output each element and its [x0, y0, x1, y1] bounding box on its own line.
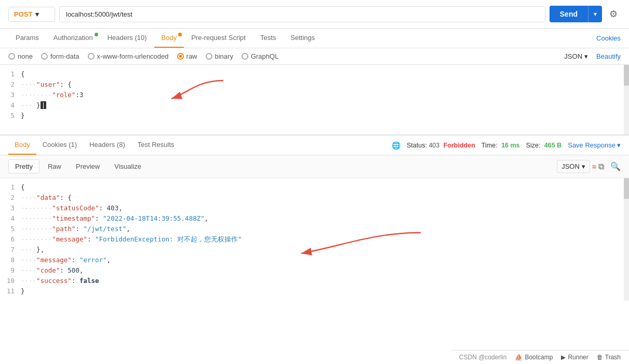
tab-body[interactable]: Body	[154, 29, 184, 48]
req-line-2: 2 ····"user": {	[0, 79, 629, 90]
trash-link[interactable]: 🗑 Trash	[597, 354, 621, 361]
settings-icon[interactable]: ⚙	[606, 5, 621, 23]
radio-raw-label: raw	[186, 52, 197, 60]
body-options: none form-data x-www-form-urlencoded raw…	[0, 48, 629, 65]
response-tabs-bar: Body Cookies (1) Headers (8) Test Result…	[0, 136, 629, 155]
radio-circle-raw	[177, 53, 184, 60]
tab-settings[interactable]: Settings	[283, 29, 322, 48]
save-response-button[interactable]: Save Response ▾	[568, 141, 621, 149]
csdn-label: CSDN @coderlin	[459, 354, 507, 361]
method-label: POST	[14, 10, 32, 18]
req-editor-scrollbar[interactable]	[624, 65, 629, 134]
tab-headers[interactable]: Headers (10)	[100, 29, 154, 48]
resp-editor-scrollbar[interactable]	[624, 178, 629, 301]
radio-binary-label: binary	[215, 52, 233, 60]
radio-none[interactable]: none	[8, 52, 33, 60]
tab-prerequest[interactable]: Pre-request Script	[184, 29, 253, 48]
json-format-select[interactable]: JSON ▾	[564, 52, 588, 60]
response-view-tabs: Pretty Raw Preview Visualize JSON ▾ ≡ ⧉ …	[0, 155, 629, 178]
req-editor-scrollbar-thumb	[624, 65, 629, 86]
url-input[interactable]	[59, 6, 545, 22]
status-forbidden: Forbidden	[444, 142, 475, 149]
req-line-3: 3 ········"role":3	[0, 90, 629, 100]
main-container: POST ▾ Send ▾ ⚙ Params Authorization Hea…	[0, 0, 629, 364]
request-code-editor: 1 { 2 ····"user": { 3 ········"role":3 4…	[0, 65, 629, 135]
send-group: Send ▾	[550, 6, 602, 22]
request-tabs: Params Authorization Headers (10) Body P…	[0, 29, 629, 48]
radio-binary[interactable]: binary	[206, 52, 233, 60]
status-label: Status: 403 Forbidden	[407, 142, 475, 149]
resp-line-6: 6 ········"message": "ForbiddenException…	[0, 234, 629, 245]
resp-line-8: 8 ····"message": "error",	[0, 255, 629, 265]
resp-line-7: 7 ····},	[0, 245, 629, 255]
radio-graphql-label: GraphQL	[251, 52, 278, 60]
beautify-button[interactable]: Beautify	[596, 52, 621, 60]
radio-urlencoded[interactable]: x-www-form-urlencoded	[88, 52, 169, 60]
radio-graphql[interactable]: GraphQL	[242, 52, 278, 60]
bottom-bar: CSDN @coderlin ⛵ Bootcamp ▶ Runner 🗑 Tra…	[451, 350, 629, 364]
resp-tab-body[interactable]: Body	[8, 136, 36, 155]
save-response-chevron-icon: ▾	[617, 141, 621, 149]
resp-line-2: 2 ····"data": {	[0, 193, 629, 203]
globe-icon: 🌐	[392, 141, 400, 150]
url-bar: POST ▾ Send ▾ ⚙	[0, 0, 629, 29]
radio-circle-urlencoded	[88, 53, 95, 60]
req-line-4: 4 ····}|	[0, 100, 629, 111]
resp-view-preview[interactable]: Preview	[70, 160, 106, 173]
resp-tab-headers[interactable]: Headers (8)	[83, 136, 131, 155]
radio-circle-none	[8, 53, 15, 60]
resp-line-4: 4 ········"timestamp": "2022-04-18T14:39…	[0, 213, 629, 224]
response-status-area: 🌐 Status: 403 Forbidden Time: 16 ms Size…	[181, 141, 621, 150]
resp-tab-testresults[interactable]: Test Results	[131, 136, 181, 155]
resp-tab-cookies[interactable]: Cookies (1)	[36, 136, 83, 155]
resp-line-9: 9 ····"code": 500,	[0, 265, 629, 276]
radio-formdata-label: form-data	[50, 52, 79, 60]
resp-json-chevron-icon: ▾	[582, 163, 585, 170]
send-button[interactable]: Send	[550, 6, 588, 22]
radio-circle-formdata	[41, 53, 48, 60]
search-response-icon[interactable]: 🔍	[610, 161, 621, 171]
resp-line-3: 3 ········"statusCode": 403,	[0, 203, 629, 213]
resp-view-visualize[interactable]: Visualize	[108, 160, 148, 173]
time-label: Time: 16 ms	[481, 142, 520, 149]
wrap-lines-icon[interactable]: ≡	[592, 163, 596, 171]
json-format-label: JSON	[564, 52, 582, 60]
resp-editor-scrollbar-thumb	[624, 178, 629, 199]
resp-line-11: 11 }	[0, 286, 629, 296]
radio-none-label: none	[18, 52, 33, 60]
radio-circle-graphql	[242, 53, 248, 60]
status-code: 403	[429, 142, 439, 149]
radio-formdata[interactable]: form-data	[41, 52, 79, 60]
bootcamp-link[interactable]: ⛵ Bootcamp	[515, 354, 553, 361]
bootcamp-icon: ⛵	[515, 354, 523, 361]
trash-icon: 🗑	[597, 354, 603, 361]
cookies-link[interactable]: Cookies	[596, 29, 621, 47]
resp-line-10: 10 ····"success": false	[0, 276, 629, 286]
method-chevron-icon: ▾	[35, 10, 39, 18]
req-line-1: 1 {	[0, 69, 629, 79]
resp-view-pretty[interactable]: Pretty	[8, 159, 39, 173]
req-line-5: 5 }	[0, 111, 629, 121]
radio-circle-binary	[206, 53, 212, 60]
tab-params[interactable]: Params	[8, 29, 46, 48]
runner-icon: ▶	[561, 354, 566, 361]
method-select[interactable]: POST ▾	[8, 7, 55, 22]
response-code-editor: 1 { 2 ····"data": { 3 ········"statusCod…	[0, 178, 629, 301]
radio-raw[interactable]: raw	[177, 52, 197, 60]
radio-urlencoded-label: x-www-form-urlencoded	[97, 52, 169, 60]
size-label: Size: 465 B	[526, 142, 562, 149]
response-section: Body Cookies (1) Headers (8) Test Result…	[0, 135, 629, 301]
resp-line-5: 5 ········"path": "/jwt/test",	[0, 224, 629, 234]
copy-response-icon[interactable]: ⧉	[598, 162, 604, 171]
response-json-select[interactable]: JSON ▾	[557, 160, 590, 173]
json-format-chevron-icon: ▾	[584, 52, 588, 60]
resp-view-raw[interactable]: Raw	[42, 160, 68, 173]
send-dropdown-button[interactable]: ▾	[588, 6, 602, 22]
response-actions: ⧉ 🔍	[598, 161, 621, 171]
tab-tests[interactable]: Tests	[253, 29, 283, 48]
tab-authorization[interactable]: Authorization	[46, 29, 100, 48]
resp-line-1: 1 {	[0, 182, 629, 193]
runner-link[interactable]: ▶ Runner	[561, 354, 588, 361]
